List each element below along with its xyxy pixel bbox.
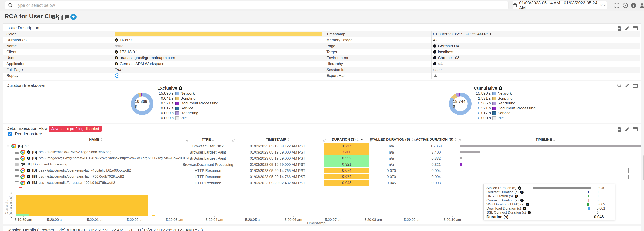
- add-icon[interactable]: +: [70, 14, 76, 20]
- sort-icon[interactable]: [287, 138, 289, 141]
- info-icon[interactable]: i: [433, 62, 436, 65]
- row-menu-icon[interactable]: [14, 181, 18, 184]
- info-icon[interactable]: i: [27, 169, 30, 172]
- column-divider: [432, 31, 432, 79]
- duration-panel-actions: [617, 83, 638, 88]
- row-menu-icon[interactable]: [14, 163, 18, 166]
- cumulative-donut-chart[interactable]: 18.744 s: [449, 93, 472, 115]
- info-icon[interactable]: i: [115, 38, 118, 42]
- timeline-bar[interactable]: [460, 157, 462, 159]
- info-icon[interactable]: i: [115, 50, 118, 53]
- print-icon[interactable]: [51, 15, 56, 20]
- download-icon[interactable]: [433, 73, 438, 78]
- column-resize-handle[interactable]: [413, 139, 417, 142]
- info-icon[interactable]: i: [433, 56, 436, 59]
- table-row-name[interactable]: i[B]n/a - image/svg+xml;charset=UTF-8,%3…: [6, 155, 201, 161]
- edit-icon[interactable]: [625, 83, 630, 88]
- column-label: STALLED DURATION (S): [370, 138, 410, 142]
- replay-play-icon[interactable]: [115, 73, 120, 78]
- table-row-name[interactable]: i[B]css - /static/media/open-sans-latin-…: [6, 167, 201, 174]
- chart-bar[interactable]: [16, 214, 29, 216]
- info-icon[interactable]: i: [179, 86, 182, 90]
- table-row-name[interactable]: [B]Document Processing: [6, 161, 201, 167]
- export-csv-icon[interactable]: CSV: [617, 127, 622, 132]
- column-header-timestamp[interactable]: TIMESTAMP: [266, 138, 290, 142]
- info-icon[interactable]: i: [27, 175, 30, 178]
- column-header-timeline[interactable]: TIMELINE: [536, 138, 555, 142]
- play-icon[interactable]: [622, 3, 628, 8]
- column-resize-handle[interactable]: [232, 139, 235, 142]
- global-search[interactable]: [5, 1, 508, 9]
- edit-icon[interactable]: [625, 26, 630, 31]
- comment-icon[interactable]: [64, 15, 69, 20]
- sort-icon[interactable]: [212, 138, 214, 141]
- zoom-icon[interactable]: [617, 83, 622, 88]
- table-row-name[interactable]: i[B]css - /static/media/open-sans-latin-…: [6, 174, 201, 180]
- row-menu-icon[interactable]: [14, 157, 18, 160]
- column-header-duration-s-[interactable]: DURATION (S): [332, 138, 363, 142]
- info-icon[interactable]: i: [115, 62, 118, 65]
- info-icon[interactable]: i: [520, 199, 524, 202]
- window-icon[interactable]: [632, 26, 638, 30]
- fullscreen-icon[interactable]: [614, 3, 620, 8]
- column-resize-handle[interactable]: [370, 139, 373, 142]
- table-row-name[interactable]: [B]n/a: [6, 143, 193, 149]
- info-icon[interactable]: i: [523, 207, 526, 210]
- window-icon[interactable]: [632, 127, 638, 131]
- legend-value: 15.890 s: [158, 91, 174, 96]
- x-tick-label: 5:20:09 am: [404, 218, 421, 222]
- date-range-picker[interactable]: 01/03/2023 05:14 AM - 01/03/2023 05:24 A…: [513, 1, 607, 9]
- timeline-bar[interactable]: [460, 163, 462, 166]
- sort-icon[interactable]: [454, 138, 456, 141]
- legend-label: Service: [180, 106, 193, 110]
- timeline-bar[interactable]: [628, 169, 629, 173]
- info-icon[interactable]: i: [27, 157, 30, 160]
- table-row-name[interactable]: i[B]n/a - /static/media/APM%20logo.58ab7…: [6, 149, 201, 155]
- row-menu-icon[interactable]: [14, 169, 18, 172]
- sort-icon[interactable]: [101, 138, 103, 141]
- info-icon[interactable]: i: [518, 187, 521, 190]
- row-menu-icon[interactable]: [14, 151, 18, 154]
- column-header-name[interactable]: NAME: [89, 138, 103, 142]
- session-details-panel[interactable]: Session Details (Browser Side) (01/03/20…: [3, 226, 641, 231]
- info-icon[interactable]: i: [115, 56, 118, 59]
- info-icon[interactable]: i: [433, 44, 436, 48]
- sort-icon[interactable]: [553, 138, 555, 141]
- column-header-stalled-duration-s-[interactable]: STALLED DURATION (S): [370, 138, 413, 142]
- timeline-bar[interactable]: [460, 145, 641, 147]
- vertical-scrollbar[interactable]: [642, 155, 644, 180]
- sort-icon[interactable]: [357, 138, 359, 141]
- collapse-chevron-icon[interactable]: [6, 145, 10, 147]
- timeline-bar[interactable]: [460, 151, 480, 153]
- column-header-active-duration-s-[interactable]: ACTIVE DURATION (S): [416, 138, 456, 142]
- info-icon[interactable]: [631, 3, 636, 8]
- info-icon[interactable]: i: [27, 181, 30, 184]
- sort-icon[interactable]: [411, 138, 413, 141]
- info-icon[interactable]: i: [499, 86, 502, 90]
- chart-bar[interactable]: [16, 195, 148, 216]
- column-resize-handle[interactable]: [458, 139, 462, 142]
- edit-icon[interactable]: [625, 127, 630, 132]
- user-icon[interactable]: [639, 3, 644, 8]
- chart-bars-icon[interactable]: [58, 15, 63, 20]
- svg-text:CSV: CSV: [618, 129, 621, 131]
- exclusive-donut-chart[interactable]: 16.869 s: [131, 93, 154, 115]
- info-icon[interactable]: i: [520, 191, 524, 194]
- info-icon[interactable]: i: [514, 195, 518, 198]
- render-as-tree-checkbox[interactable]: ✓ Render as tree: [8, 132, 42, 136]
- info-icon[interactable]: i: [528, 211, 531, 214]
- table-row-name[interactable]: i[B]css - /static/media/fa-regular-400.b…: [6, 180, 201, 186]
- column-resize-handle[interactable]: [322, 139, 326, 142]
- x-tick-label: 5:20:08 am: [364, 218, 382, 222]
- export-csv-icon[interactable]: CSV: [617, 25, 622, 31]
- search-input[interactable]: [15, 3, 466, 8]
- window-icon[interactable]: [632, 84, 638, 88]
- column-resize-handle[interactable]: [185, 139, 189, 142]
- timeline-bar[interactable]: [628, 175, 629, 179]
- column-header-type[interactable]: TYPE: [202, 138, 214, 142]
- row-menu-icon[interactable]: [14, 175, 18, 178]
- info-icon[interactable]: i: [27, 150, 30, 154]
- chart-bar[interactable]: [152, 215, 155, 216]
- info-icon[interactable]: i: [526, 203, 529, 206]
- info-icon[interactable]: i: [433, 50, 436, 53]
